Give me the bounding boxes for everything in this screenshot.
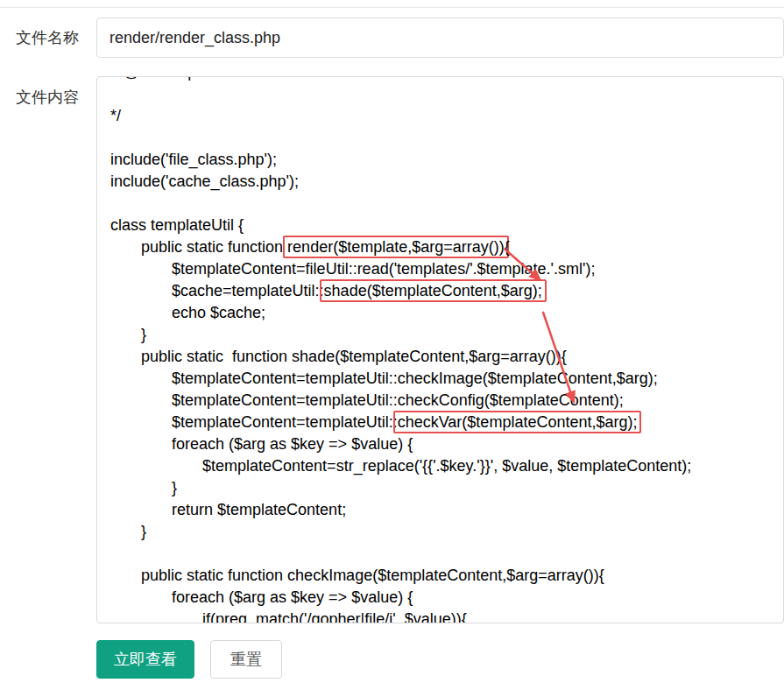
file-name-label: 文件名称 (0, 18, 96, 58)
code-line: $cache=templateUtil::shade($templateCont… (110, 280, 783, 302)
code-line: foreach ($arg as $key => $value) { (110, 587, 783, 609)
code-line: $templateContent=templateUtil::checkVar(… (110, 412, 783, 433)
code-line: return $templateContent; (110, 499, 783, 521)
code-line: echo $cache; (110, 302, 783, 324)
code-line (110, 83, 783, 105)
code-line: } (110, 477, 783, 499)
reset-button[interactable]: 重置 (210, 640, 282, 679)
code-line (110, 543, 783, 565)
code-line: @ p (110, 76, 783, 83)
code-line: $templateContent=fileUtil::read('templat… (110, 258, 783, 280)
code-line (110, 127, 783, 149)
file-name-input[interactable] (96, 18, 784, 58)
code-line: } (110, 324, 783, 346)
code-line: public static function shade($templateCo… (110, 346, 783, 368)
code-line: */ (110, 105, 783, 127)
red-annotation-box: shade($templateContent,$arg); (320, 279, 547, 302)
code-line: } (110, 521, 783, 543)
top-divider (0, 7, 784, 8)
red-annotation-box: checkVar($templateContent,$arg); (393, 411, 642, 433)
code-line: class templateUtil { (110, 215, 783, 236)
file-content-box[interactable]: @ p*/include('file_class.php');include('… (96, 76, 784, 623)
code-line: $templateContent=str_replace('{{'.$key.'… (110, 455, 783, 477)
code-line: foreach ($arg as $key => $value) { (110, 433, 783, 455)
view-now-button[interactable]: 立即查看 (96, 640, 194, 679)
file-edit-page: 文件名称 文件内容 @ p*/include('file_class.php')… (0, 7, 784, 679)
buttons-row: 立即查看 重置 (96, 640, 784, 679)
code-line: if(preg_match('/gopher|file/i', $value))… (110, 609, 783, 623)
code-line: include('file_class.php'); (110, 149, 783, 171)
code-content: @ p*/include('file_class.php');include('… (97, 76, 783, 623)
code-line (110, 193, 783, 215)
file-content-row: 文件内容 @ p*/include('file_class.php');incl… (0, 76, 784, 623)
code-line: include('cache_class.php'); (110, 171, 783, 193)
code-line: public static function checkImage($templ… (110, 565, 783, 587)
file-name-row: 文件名称 (0, 18, 784, 58)
code-line: public static function render($template,… (110, 236, 783, 258)
red-annotation-box: render($template,$arg=array()) (283, 236, 509, 258)
code-line: $templateContent=templateUtil::checkConf… (110, 390, 783, 412)
code-line: $templateContent=templateUtil::checkImag… (110, 368, 783, 390)
file-content-label: 文件内容 (0, 76, 96, 623)
